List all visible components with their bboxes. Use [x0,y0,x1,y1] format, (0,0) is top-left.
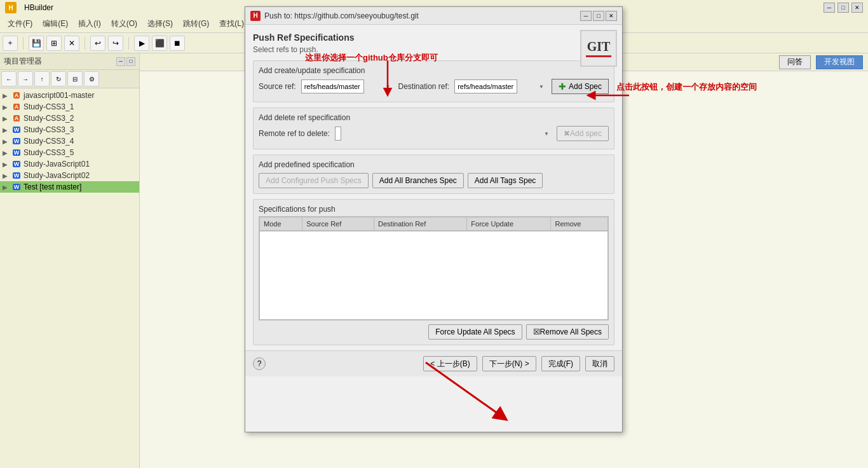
expand-icon: ▶ [3,127,11,134]
sidebar-toolbar: ← → ↑ ↻ ⊟ ⚙ [0,70,139,88]
tree-item-label: Study-CSS3_5 [24,148,74,157]
sidebar-title: 项目管理器 [4,56,42,67]
col-dest-ref: Destination Ref [374,217,467,231]
tree-item-label: Study-JavaScript01 [24,160,90,169]
predefined-btns: Add Configured Push Specs Add All Branch… [259,173,609,188]
tree-item-javascript001[interactable]: ▶ A javascript001-master [0,90,139,101]
qa-button[interactable]: 问答 [779,55,811,69]
sidebar-back[interactable]: ← [1,71,17,86]
tree-item-css34[interactable]: ▶ W Study-CSS3_4 [0,135,139,147]
sidebar-collapse[interactable]: ⊟ [67,71,83,86]
close-btn[interactable]: ✕ [64,36,79,51]
tree-item-css33[interactable]: ▶ W Study-CSS3_3 [0,124,139,135]
toolbar-sep-1 [23,37,24,50]
tree-item-css35[interactable]: ▶ W Study-CSS3_5 [0,147,139,158]
git-logo-underline [586,55,611,57]
remove-all-specs-btn[interactable]: ☒ Remove All Specs [526,324,609,340]
remove-icon: ☒ [533,327,540,336]
specs-table: Mode Source Ref Destination Ref Force Up… [259,217,608,231]
tree-item-js01[interactable]: ▶ W Study-JavaScript01 [0,158,139,170]
new-btn[interactable]: ＋ [3,36,18,51]
maximize-btn[interactable]: □ [837,3,849,13]
tree-item-label: javascript001-master [24,91,94,100]
dialog-minimize-btn[interactable]: ─ [580,11,592,21]
tree-item-label: Study-CSS3_1 [24,102,74,111]
tree-item-label: Study-CSS3_4 [24,137,74,146]
sidebar-minimize[interactable]: ─ [116,57,125,66]
minimize-btn[interactable]: ─ [824,3,835,13]
dev-view-button[interactable]: 开发视图 [816,55,863,69]
file-icon-w: W [11,148,22,157]
x-icon: ✖ [564,129,570,138]
arrow-finish-svg [407,356,534,432]
menu-select[interactable]: 选择(S) [142,17,178,31]
sidebar-settings[interactable]: ⚙ [84,71,99,86]
source-ref-select[interactable]: refs/heads/master [301,79,364,93]
menu-edit[interactable]: 编辑(E) [37,17,73,31]
add-predefined-title: Add predefined specification [259,160,609,169]
save-all-btn[interactable]: ⊞ [46,36,62,51]
tree-item-test[interactable]: ▶ W Test [test master] [0,181,139,193]
stop-btn[interactable]: ⏹ [170,36,185,51]
expand-icon: ▶ [3,138,11,145]
cancel-button[interactable]: 取消 [585,356,614,371]
app-container: H HBuilder ─ □ ✕ 文件(F) 编辑(E) 插入(I) 转义(O)… [0,0,868,468]
tree-item-label: Study-JavaScript02 [24,171,90,180]
expand-icon: ▶ [3,92,11,99]
annotation-arrow2: 点击此按钮，创建一个存放内容的空间 [616,81,757,93]
add-delete-title: Add delete ref specification [259,113,609,122]
file-icon-a: A [11,91,22,100]
debug-btn[interactable]: ⬛ [152,36,167,51]
add-configured-push-specs-btn[interactable]: Add Configured Push Specs [259,173,369,188]
dialog-title-text: Push to: https://github.com/seeyoubug/te… [264,11,580,20]
menu-find[interactable]: 查找(L) [214,17,249,31]
force-update-all-specs-btn[interactable]: Force Update All Specs [428,324,522,340]
remote-ref-row: Remote ref to delete: ✖ Add spec [259,126,609,141]
add-spec-delete-button[interactable]: ✖ Add spec [557,126,609,141]
add-spec-button[interactable]: ✚ Add Spec [552,79,609,94]
dest-ref-select[interactable]: refs/heads/master [454,79,517,93]
table-body-empty [259,231,608,320]
run-btn[interactable]: ▶ [134,36,149,51]
redo-btn[interactable]: ↪ [108,36,123,51]
menu-insert[interactable]: 插入(I) [73,17,105,31]
save-btn[interactable]: 💾 [29,36,44,51]
menu-transform[interactable]: 转义(O) [106,17,142,31]
sidebar-maximize[interactable]: □ [126,57,135,66]
file-icon-w: W [11,160,22,169]
sidebar-up[interactable]: ↑ [34,71,50,86]
remote-ref-wrapper [335,127,552,141]
dialog-close-btn[interactable]: ✕ [606,11,617,21]
add-all-tags-spec-btn[interactable]: Add All Tags Spec [468,173,543,188]
add-create-title: Add create/update specification [259,66,609,75]
menu-jump[interactable]: 跳转(G) [178,17,214,31]
expand-icon: ▶ [3,115,11,122]
menu-file[interactable]: 文件(F) [3,17,37,31]
add-spec-delete-label: Add spec [570,129,602,138]
app-close-btn[interactable]: ✕ [851,3,863,13]
remote-ref-select[interactable] [335,127,341,141]
col-force-update: Force Update [467,217,551,231]
dialog-maximize-btn[interactable]: □ [593,11,604,21]
tree-item-css31[interactable]: ▶ A Study-CSS3_1 [0,101,139,113]
source-ref-row: Source ref: refs/heads/master Destinatio… [259,79,609,94]
specs-section-title: Specifications for push [259,205,609,214]
tree-item-js02[interactable]: ▶ W Study-JavaScript02 [0,170,139,181]
annotation-arrow1: 这里你选择一个github仓库分支即可 [305,52,438,64]
tree-item-css32[interactable]: ▶ A Study-CSS3_2 [0,113,139,124]
sidebar-forward[interactable]: → [18,71,33,86]
undo-btn[interactable]: ↩ [90,36,105,51]
finish-button[interactable]: 完成(F) [541,356,580,371]
dialog-heading: Push Ref Specifications [253,32,614,43]
help-button[interactable]: ? [253,357,266,370]
add-all-branches-spec-btn[interactable]: Add All Branches Spec [372,173,464,188]
tree-item-label: Test [test master] [24,182,81,191]
sidebar-tree: ▶ A javascript001-master ▶ A Study-CSS3_… [0,88,139,468]
plus-icon: ✚ [559,81,566,92]
expand-icon: ▶ [3,161,11,168]
sidebar-refresh[interactable]: ↻ [51,71,66,86]
specs-for-push-section: Specifications for push Mode Source Ref … [253,199,614,345]
add-predefined-section: Add predefined specification Add Configu… [253,155,614,194]
dialog-titlebar: H Push to: https://github.com/seeyoubug/… [245,7,622,25]
tree-item-label: Study-CSS3_2 [24,114,74,123]
